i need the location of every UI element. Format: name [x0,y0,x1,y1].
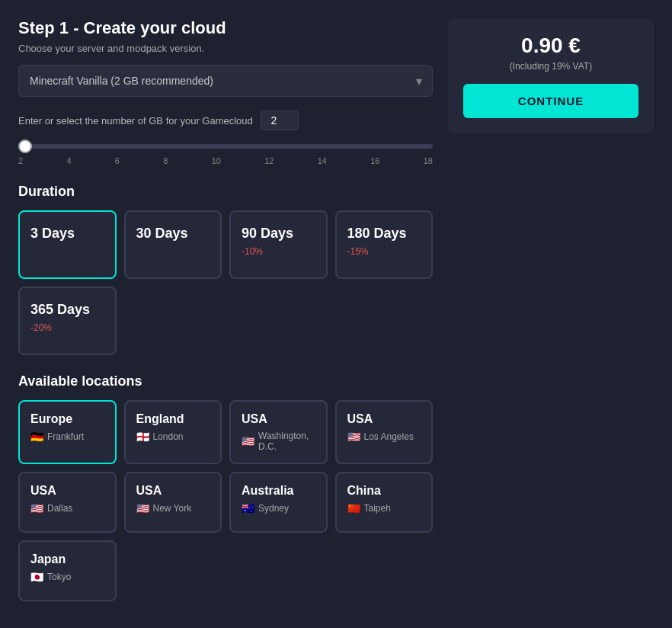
location-card-5[interactable]: USA🇺🇸New York [124,472,222,533]
duration-card-2[interactable]: 90 Days-10% [229,210,328,279]
duration-card-3[interactable]: 180 Days-15% [335,210,434,279]
duration-card-0[interactable]: 3 Days [18,210,117,279]
duration-label-1: 30 Days [136,226,210,242]
location-country-8: Japan [30,553,104,566]
location-card-1[interactable]: England🏴󠁧󠁢󠁥󠁮󠁧󠁿London [124,400,222,464]
location-city-7: Taipeh [364,503,391,514]
duration-card-1[interactable]: 30 Days [124,210,222,279]
server-select[interactable]: Minecraft Vanilla (2 GB recommended)Mine… [18,65,433,97]
gb-slider[interactable] [18,144,433,149]
price-amount: 0.90 € [463,34,638,58]
duration-grid: 3 Days30 Days90 Days-10%180 Days-15% [18,210,433,279]
location-country-3: USA [347,412,421,426]
flag-icon-8: 🇯🇵 [30,571,43,583]
price-vat: (Including 19% VAT) [463,61,638,72]
duration-discount-2: -10% [242,246,315,257]
location-city-5: New York [153,503,192,514]
location-country-5: USA [136,484,210,498]
location-country-7: China [347,484,421,498]
right-panel: 0.90 € (Including 19% VAT) CONTINUE [448,18,654,133]
duration-title: Duration [18,184,433,200]
location-city-row-1: 🏴󠁧󠁢󠁥󠁮󠁧󠁿London [136,431,210,443]
server-select-wrapper: Minecraft Vanilla (2 GB recommended)Mine… [18,65,433,97]
location-city-4: Dallas [47,503,72,514]
duration-discount-3: -15% [347,246,421,257]
flag-icon-4: 🇺🇸 [30,502,43,514]
location-city-8: Tokyo [47,572,71,582]
location-city-6: Sydney [258,503,289,514]
location-country-4: USA [30,484,104,498]
location-city-row-0: 🇩🇪Frankfurt [30,431,104,443]
duration-card-4[interactable]: 365 Days-20% [18,287,117,355]
gb-label-text: Enter or select the number of GB for you… [18,115,253,127]
duration-discount-4: -20% [30,322,104,333]
location-city-row-4: 🇺🇸Dallas [30,502,104,514]
continue-button[interactable]: CONTINUE [463,84,638,118]
location-country-6: Australia [242,484,315,498]
duration-grid-last: 365 Days-20% [18,287,433,355]
gb-input[interactable] [261,111,299,130]
duration-label-4: 365 Days [30,302,104,318]
flag-icon-7: 🇨🇳 [347,502,360,514]
flag-icon-6: 🇦🇺 [242,502,254,514]
location-card-4[interactable]: USA🇺🇸Dallas [18,472,117,533]
location-card-8[interactable]: Japan🇯🇵Tokyo [18,540,117,601]
gb-label-row: Enter or select the number of GB for you… [18,111,433,130]
location-city-row-2: 🇺🇸Washington, D.C. [242,431,315,452]
location-city-2: Washington, D.C. [258,431,315,452]
location-city-row-6: 🇦🇺Sydney [242,502,315,514]
duration-label-3: 180 Days [347,226,421,242]
duration-label-2: 90 Days [242,226,315,242]
flag-icon-3: 🇺🇸 [347,431,360,443]
location-country-1: England [136,412,210,426]
flag-icon-1: 🏴󠁧󠁢󠁥󠁮󠁧󠁿 [136,431,149,443]
location-country-0: Europe [30,412,104,426]
locations-title: Available locations [18,373,433,389]
location-country-2: USA [242,412,315,426]
location-card-0[interactable]: Europe🇩🇪Frankfurt [18,400,117,464]
location-city-3: Los Angeles [364,431,414,442]
page-title: Step 1 - Create your cloud [18,18,433,38]
location-card-6[interactable]: Australia🇦🇺Sydney [229,472,328,533]
flag-icon-5: 🇺🇸 [136,502,149,514]
location-city-row-8: 🇯🇵Tokyo [30,571,104,583]
flag-icon-2: 🇺🇸 [242,435,254,447]
locations-grid: Europe🇩🇪FrankfurtEngland🏴󠁧󠁢󠁥󠁮󠁧󠁿LondonUSA… [18,400,433,601]
location-card-7[interactable]: China🇨🇳Taipeh [335,472,434,533]
location-city-0: Frankfurt [47,431,84,442]
duration-label-0: 3 Days [30,226,104,242]
location-city-1: London [153,431,184,442]
location-card-3[interactable]: USA🇺🇸Los Angeles [335,400,434,464]
location-city-row-5: 🇺🇸New York [136,502,210,514]
slider-labels: 2 4 6 8 10 12 14 16 18 [18,156,433,165]
location-city-row-3: 🇺🇸Los Angeles [347,431,421,443]
flag-icon-0: 🇩🇪 [30,431,43,443]
location-card-2[interactable]: USA🇺🇸Washington, D.C. [229,400,328,464]
gb-slider-container: 2 4 6 8 10 12 14 16 18 [18,138,433,165]
page-subtitle: Choose your server and modpack version. [18,43,433,54]
location-city-row-7: 🇨🇳Taipeh [347,502,421,514]
